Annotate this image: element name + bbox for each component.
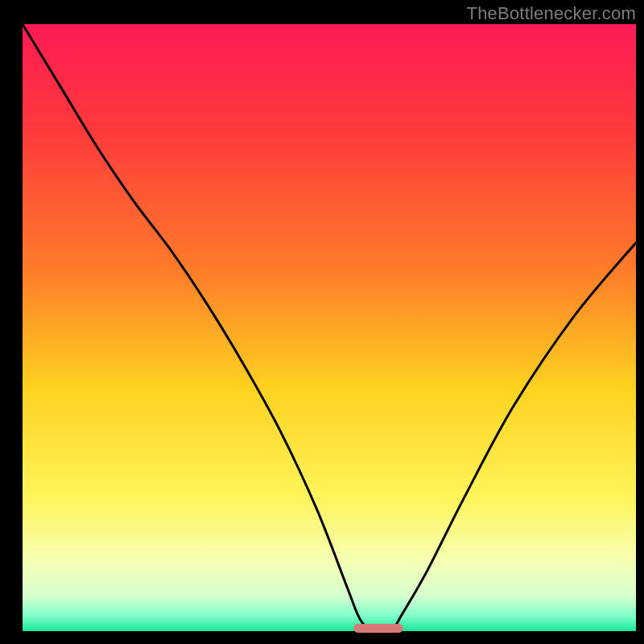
optimal-range-marker: [353, 624, 402, 633]
watermark-text: TheBottlenecker.com: [467, 3, 636, 24]
chart-container: TheBottlenecker.com: [0, 0, 644, 644]
bottleneck-chart: [0, 0, 644, 644]
